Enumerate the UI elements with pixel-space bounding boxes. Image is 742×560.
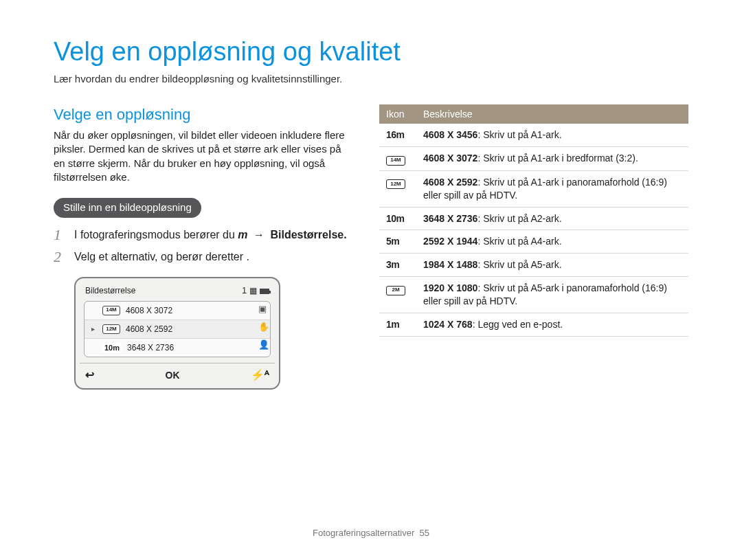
table-row: 10m3648 X 2736: Skriv ut på A2-ark. bbox=[379, 207, 688, 230]
page-subtitle: Lær hvordan du endrer bildeoppløsning og… bbox=[54, 72, 688, 86]
caret-icon: ▸ bbox=[91, 324, 97, 334]
resolution-value: 4608 X 2592 bbox=[423, 177, 477, 188]
resolution-value: 1984 X 1488 bbox=[423, 259, 477, 270]
table-cell-icon: 2M bbox=[379, 277, 416, 313]
step-prefix: I fotograferingsmodus berører du bbox=[74, 229, 238, 240]
camera-mode-icon: ▣ bbox=[258, 303, 269, 315]
counter: 1 bbox=[242, 285, 247, 296]
table-cell-desc: 1920 X 1080: Skriv ut på A5-ark i panora… bbox=[416, 277, 688, 313]
step-item: 1 I fotograferingsmodus berører du m → B… bbox=[54, 227, 355, 243]
table-row: 1m1024 X 768: Legg ved en e-post. bbox=[379, 313, 688, 336]
resolution-icon: 14M bbox=[102, 306, 120, 315]
flash-icon: ⚡ᴬ bbox=[251, 368, 269, 383]
step-suffix: . bbox=[247, 251, 249, 262]
table-cell-icon: 5m bbox=[379, 230, 416, 254]
step-item: 2 Velg et alternativ, og berør deretter … bbox=[54, 249, 355, 265]
resolution-desc: : Legg ved en e-post. bbox=[473, 319, 563, 330]
camera-side-icons: ▣ ✋ 👤 bbox=[258, 303, 269, 350]
table-row: 12M4608 X 2592: Skriv ut på A1-ark i pan… bbox=[379, 170, 688, 207]
resolution-icon: 12M bbox=[102, 324, 120, 334]
step-suffix: Bildestørrelse. bbox=[270, 229, 346, 240]
step-list: 1 I fotograferingsmodus berører du m → B… bbox=[54, 227, 355, 265]
back-button[interactable]: ↩ bbox=[85, 368, 94, 383]
step-number: 2 bbox=[54, 249, 66, 265]
table-cell-desc: 4608 X 3072: Skriv ut på A1-ark i bredfo… bbox=[416, 147, 688, 170]
resolution-value: 1024 X 768 bbox=[423, 319, 473, 330]
table-cell-desc: 3648 X 2736: Skriv ut på A2-ark. bbox=[416, 207, 688, 230]
table-row: 16m4608 X 3456: Skriv ut på A1-ark. bbox=[379, 124, 688, 146]
camera-screen-mock: Bildestørrelse 1 ▦ 14M 4608 X 3072 ▸ bbox=[74, 277, 280, 389]
resolution-value: 4608 X 3456 bbox=[423, 129, 477, 140]
resolution-value: 1920 X 1080 bbox=[423, 282, 477, 293]
camera-option-item[interactable]: 14M 4608 X 3072 bbox=[85, 302, 270, 320]
table-cell-desc: 4608 X 3456: Skriv ut på A1-ark. bbox=[416, 124, 688, 146]
table-row: 5m2592 X 1944: Skriv ut på A4-ark. bbox=[379, 230, 688, 254]
subsection-pill: Stille inn en bildeoppløsning bbox=[54, 198, 201, 218]
camera-status-icons: 1 ▦ bbox=[242, 285, 269, 296]
resolution-icon: 12M bbox=[386, 179, 405, 189]
page-title: Velg en oppløsning og kvalitet bbox=[54, 34, 688, 69]
footer-section: Fotograferingsalternativer bbox=[313, 528, 414, 538]
resolution-icon: 5m bbox=[386, 236, 399, 247]
hand-icon: ✋ bbox=[258, 321, 269, 333]
camera-option-item[interactable]: ▸ 12M 4608 X 2592 bbox=[85, 320, 270, 339]
battery-icon bbox=[260, 289, 269, 294]
table-cell-desc: 4608 X 2592: Skriv ut på A1-ark i panora… bbox=[416, 170, 688, 207]
resolution-icon: 10m bbox=[386, 213, 405, 224]
section-body: Når du øker oppløsningen, vil bildet ell… bbox=[54, 128, 355, 184]
resolution-icon: 10m bbox=[102, 343, 122, 352]
resolution-value: 2592 X 1944 bbox=[423, 236, 477, 247]
table-row: 14M4608 X 3072: Skriv ut på A1-ark i bre… bbox=[379, 147, 688, 170]
resolution-icon: 2M bbox=[386, 286, 405, 295]
resolution-value: 4608 X 3072 bbox=[423, 153, 477, 164]
resolution-label: 4608 X 2592 bbox=[126, 324, 172, 335]
resolution-label: 3648 X 2736 bbox=[127, 342, 174, 353]
step-text: I fotograferingsmodus berører du m → Bil… bbox=[74, 227, 355, 243]
page-number: 55 bbox=[419, 528, 429, 538]
table-header-desc: Beskrivelse bbox=[416, 104, 688, 124]
resolution-icon: 14M bbox=[386, 156, 405, 166]
table-cell-icon: 14M bbox=[379, 147, 416, 170]
resolution-desc: : Skriv ut på A2-ark. bbox=[477, 213, 561, 224]
table-cell-desc: 2592 X 1944: Skriv ut på A4-ark. bbox=[416, 230, 688, 254]
sd-icon: ▦ bbox=[249, 285, 257, 296]
resolution-label: 4608 X 3072 bbox=[126, 305, 172, 316]
table-header-icon: Ikon bbox=[379, 104, 416, 124]
table-cell-icon: 12M bbox=[379, 170, 416, 207]
table-cell-icon: 10m bbox=[379, 207, 416, 230]
portrait-icon: 👤 bbox=[258, 339, 269, 351]
section-heading: Velge en oppløsning bbox=[54, 104, 355, 125]
resolution-icon: 3m bbox=[386, 259, 399, 270]
resolution-icon: 16m bbox=[386, 129, 405, 140]
table-cell-desc: 1984 X 1488: Skriv ut på A5-ark. bbox=[416, 254, 688, 277]
resolution-desc: : Skriv ut på A4-ark. bbox=[477, 236, 561, 247]
step-number: 1 bbox=[54, 227, 66, 243]
table-row: 3m1984 X 1488: Skriv ut på A5-ark. bbox=[379, 254, 688, 277]
table-cell-desc: 1024 X 768: Legg ved en e-post. bbox=[416, 313, 688, 336]
camera-option-item[interactable]: 10m 3648 X 2736 bbox=[85, 339, 270, 357]
table-cell-icon: 1m bbox=[379, 313, 416, 336]
ok-button[interactable]: OK bbox=[166, 369, 180, 382]
resolution-icon: 1m bbox=[386, 319, 399, 330]
resolution-table: Ikon Beskrivelse 16m4608 X 3456: Skriv u… bbox=[379, 104, 688, 337]
page-footer: Fotograferingsalternativer 55 bbox=[0, 527, 742, 539]
table-cell-icon: 3m bbox=[379, 254, 416, 277]
table-row: 2M1920 X 1080: Skriv ut på A5-ark i pano… bbox=[379, 277, 688, 313]
resolution-desc: : Skriv ut på A1-ark. bbox=[477, 129, 561, 140]
step-var: m bbox=[238, 229, 247, 240]
resolution-desc: : Skriv ut på A5-ark. bbox=[477, 259, 561, 270]
resolution-value: 3648 X 2736 bbox=[423, 213, 477, 224]
camera-screen-title: Bildestørrelse bbox=[85, 285, 135, 296]
step-prefix: Velg et alternativ, og berør deretter bbox=[74, 251, 247, 262]
camera-option-list: 14M 4608 X 3072 ▸ 12M 4608 X 2592 10m 36… bbox=[84, 301, 271, 358]
step-text: Velg et alternativ, og berør deretter . bbox=[74, 249, 355, 265]
resolution-desc: : Skriv ut på A1-ark i bredformat (3:2). bbox=[477, 153, 638, 164]
table-cell-icon: 16m bbox=[379, 124, 416, 146]
arrow-icon: → bbox=[251, 229, 267, 240]
